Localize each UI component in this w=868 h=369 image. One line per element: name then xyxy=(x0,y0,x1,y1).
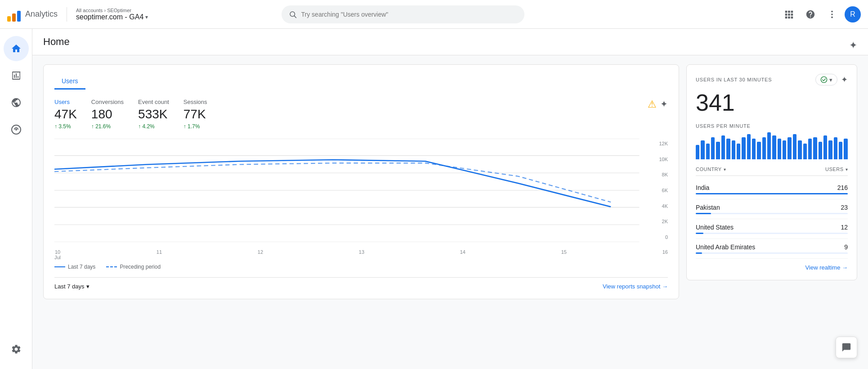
legend-last7days-label: Last 7 days xyxy=(68,264,95,270)
mini-bar xyxy=(747,134,751,159)
chart-x-labels: 10Jul 11 12 13 14 15 16 xyxy=(54,248,668,260)
breadcrumb: All accounts › SEOptimer seoptimer.com -… xyxy=(76,8,148,21)
realtime-section-label: USERS IN LAST 30 MINUTES xyxy=(696,77,772,82)
mini-bar xyxy=(772,135,776,159)
table-row: Pakistan 23 xyxy=(696,199,848,219)
metric-icons: ⚠ ✦ xyxy=(648,99,668,130)
sidebar xyxy=(0,29,32,369)
app-name: Analytics xyxy=(25,9,58,19)
mini-bar xyxy=(711,137,715,159)
apps-icon[interactable] xyxy=(780,5,798,23)
country-name: United Arab Emirates xyxy=(696,243,755,251)
app-layout: Home ✦ Users Users 47K ↑ 3.5% Co xyxy=(0,29,868,369)
metric-users[interactable]: Users 47K ↑ 3.5% xyxy=(54,99,77,130)
view-reports-link[interactable]: View reports snapshot → xyxy=(603,283,668,290)
svg-point-23 xyxy=(821,76,827,82)
legend-last7days: Last 7 days xyxy=(54,264,95,270)
mini-bar xyxy=(752,139,756,159)
chevron-down-icon: ▾ xyxy=(829,76,832,83)
nav-divider xyxy=(67,7,67,22)
breadcrumb-all-accounts[interactable]: All accounts xyxy=(76,8,103,13)
search-input[interactable] xyxy=(301,11,517,18)
country-users: 9 xyxy=(844,243,848,251)
main-card: Users Users 47K ↑ 3.5% Conversions 180 ↑… xyxy=(43,64,679,299)
sparkle-right-icon[interactable]: ✦ xyxy=(841,75,848,85)
content-area: Users Users 47K ↑ 3.5% Conversions 180 ↑… xyxy=(32,55,868,308)
mini-bar xyxy=(701,140,704,159)
alert-triangle-icon[interactable]: ⚠ xyxy=(648,99,657,110)
legend-dashed-line xyxy=(106,266,117,267)
metric-event-count-label: Event count xyxy=(138,99,169,105)
main-content: Home ✦ Users Users 47K ↑ 3.5% Co xyxy=(32,29,868,369)
col-users-chevron-icon: ▾ xyxy=(846,167,848,172)
more-options-icon[interactable] xyxy=(823,5,841,23)
search-bar[interactable] xyxy=(282,5,524,23)
country-name: Pakistan xyxy=(696,204,720,211)
chat-button[interactable] xyxy=(836,337,857,358)
help-icon[interactable] xyxy=(801,5,819,23)
sparkle-icon[interactable]: ✦ xyxy=(660,99,668,109)
legend-solid-line xyxy=(54,266,65,267)
metric-event-count-change: ↑ 4.2% xyxy=(138,123,169,130)
logo-area: Analytics xyxy=(7,7,58,22)
mini-bar xyxy=(783,140,786,159)
per-minute-label: USERS PER MINUTE xyxy=(696,123,848,129)
mini-bar xyxy=(757,142,761,159)
svg-rect-8 xyxy=(785,16,787,18)
view-realtime-link[interactable]: View realtime → xyxy=(805,264,848,271)
metric-event-count[interactable]: Event count 533K ↑ 4.2% xyxy=(138,99,169,130)
metric-conversions[interactable]: Conversions 180 ↑ 21.6% xyxy=(91,99,124,130)
mini-bar xyxy=(803,144,807,159)
mini-bar xyxy=(726,139,730,159)
sidebar-item-home[interactable] xyxy=(4,36,29,61)
top-nav: Analytics All accounts › SEOptimer seopt… xyxy=(0,0,868,29)
table-row: United States 12 xyxy=(696,219,848,239)
metric-conversions-value: 180 xyxy=(91,107,124,122)
page-header: Home ✦ xyxy=(32,29,868,55)
svg-point-12 xyxy=(831,14,833,15)
chart-area: 12K 10K 8K 6K 4K 2K 0 xyxy=(54,139,668,242)
mini-bar xyxy=(762,137,766,159)
mini-bar xyxy=(706,144,710,159)
mini-bar xyxy=(732,140,735,159)
property-chevron-icon: ▾ xyxy=(145,14,148,20)
col-country-chevron-icon: ▾ xyxy=(724,167,726,172)
mini-bar xyxy=(798,140,801,159)
table-row: India 216 xyxy=(696,180,848,199)
status-dropdown[interactable]: ▾ xyxy=(815,74,837,86)
progress-bar-bg xyxy=(696,193,848,194)
metrics-row: Users 47K ↑ 3.5% Conversions 180 ↑ 21.6%… xyxy=(54,99,668,130)
country-users: 12 xyxy=(841,224,848,231)
mini-bar xyxy=(839,142,842,159)
avatar[interactable]: R xyxy=(845,6,861,22)
logo-bar-3 xyxy=(17,11,21,22)
col-country-header[interactable]: COUNTRY ▾ xyxy=(696,166,726,172)
logo-bar-2 xyxy=(12,14,16,22)
svg-rect-10 xyxy=(791,16,793,18)
metric-sessions-change: ↑ 1.7% xyxy=(183,123,207,130)
metric-users-change: ↑ 3.5% xyxy=(54,123,77,130)
progress-bar-fill xyxy=(696,233,703,234)
progress-bar-fill xyxy=(696,213,711,214)
chart-legend: Last 7 days Preceding period xyxy=(54,264,668,270)
legend-preceding: Preceding period xyxy=(106,264,161,270)
breadcrumb-links: All accounts › SEOptimer xyxy=(76,8,148,13)
chat-icon xyxy=(841,342,851,352)
sidebar-item-reports[interactable] xyxy=(4,63,29,88)
sidebar-item-admin[interactable] xyxy=(4,337,29,362)
date-range-selector[interactable]: Last 7 days ▾ xyxy=(54,283,89,290)
search-icon xyxy=(289,10,297,18)
svg-rect-6 xyxy=(788,14,790,16)
breadcrumb-current: SEOptimer xyxy=(107,8,131,13)
sidebar-item-explore[interactable] xyxy=(4,90,29,115)
svg-rect-3 xyxy=(788,10,790,13)
mini-bar xyxy=(823,135,827,159)
col-country-label: COUNTRY xyxy=(696,166,722,172)
property-selector[interactable]: seoptimer.com - GA4 ▾ xyxy=(76,13,148,21)
col-users-header[interactable]: USERS ▾ xyxy=(825,166,848,172)
trend-icon[interactable]: ✦ xyxy=(849,40,857,51)
metric-sessions[interactable]: Sessions 77K ↑ 1.7% xyxy=(183,99,207,130)
mini-bar xyxy=(716,142,720,159)
tab-users[interactable]: Users xyxy=(54,74,85,90)
sidebar-item-advertising[interactable] xyxy=(4,117,29,142)
